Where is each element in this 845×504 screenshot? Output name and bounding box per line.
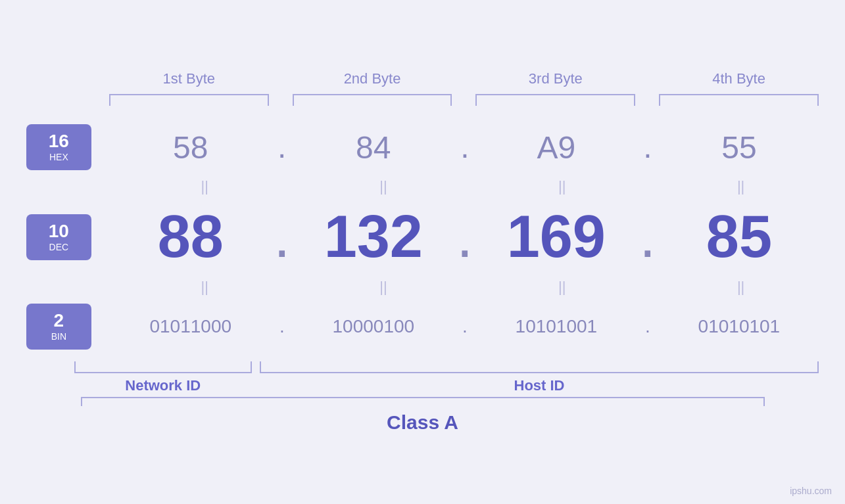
byte2-label: 2nd Byte [293,70,452,87]
dec-b4: 85 [660,203,819,271]
dec-b3: 169 [477,203,636,271]
dec-dot3: . [636,210,660,263]
bracket3 [475,94,635,106]
hex-row: 16 HEX 58 . 84 . A9 . 55 [26,124,819,170]
bin-dot3: . [636,317,660,336]
bracket2 [293,94,452,106]
top-brackets [26,94,819,106]
network-id-section: Network ID [74,361,252,394]
class-bracket [81,397,765,406]
dec-label: DEC [49,242,69,252]
main-container: 1st Byte 2nd Byte 3rd Byte 4th Byte 16 H… [0,0,845,504]
equals-row-1: || || || || [26,178,819,195]
host-bracket [260,361,819,373]
hex-dot2: . [453,131,477,163]
hex-b1: 58 [111,129,270,166]
byte-headers: 1st Byte 2nd Byte 3rd Byte 4th Byte [26,70,819,87]
bin-dot1: . [270,317,294,336]
bin-dot2: . [453,317,477,336]
bracket1 [109,94,269,106]
hex-badge: 16 HEX [26,124,91,170]
hex-dot1: . [270,131,294,163]
footer-text: ipshu.com [790,486,832,496]
byte1-label: 1st Byte [109,70,269,87]
hex-b3: A9 [477,129,636,166]
equals-row-2: || || || || [26,279,819,296]
dec-badge: 10 DEC [26,214,91,260]
bin-b4: 01010101 [660,316,819,337]
bracket4 [659,94,819,106]
dec-dot2: . [453,210,477,263]
class-row: Class A [26,402,819,434]
hex-b4: 55 [660,129,819,166]
bin-badge: 2 BIN [26,304,91,350]
hex-number: 16 [49,132,69,150]
dec-b1: 88 [111,203,270,271]
bottom-bracket-row: Network ID Host ID [26,361,819,394]
bin-b1: 01011000 [111,316,270,337]
network-id-label: Network ID [125,377,201,394]
byte3-label: 3rd Byte [475,70,635,87]
hex-b2: 84 [294,129,453,166]
dec-b2: 132 [294,203,453,271]
bin-b2: 10000100 [294,316,453,337]
class-label: Class A [387,411,458,434]
bin-label: BIN [51,331,66,342]
network-bracket [74,361,252,373]
hex-dot3: . [636,131,660,163]
host-id-section: Host ID [260,361,819,394]
bin-b3: 10101001 [477,316,636,337]
bin-row: 2 BIN 01011000 . 10000100 . 10101001 . 0… [26,304,819,350]
byte4-label: 4th Byte [659,70,819,87]
hex-label: HEX [49,152,68,162]
bin-number: 2 [54,311,64,330]
dec-number: 10 [49,222,69,241]
dec-dot1: . [270,210,294,263]
host-id-label: Host ID [514,377,565,394]
dec-row: 10 DEC 88 . 132 . 169 . 85 [26,203,819,271]
